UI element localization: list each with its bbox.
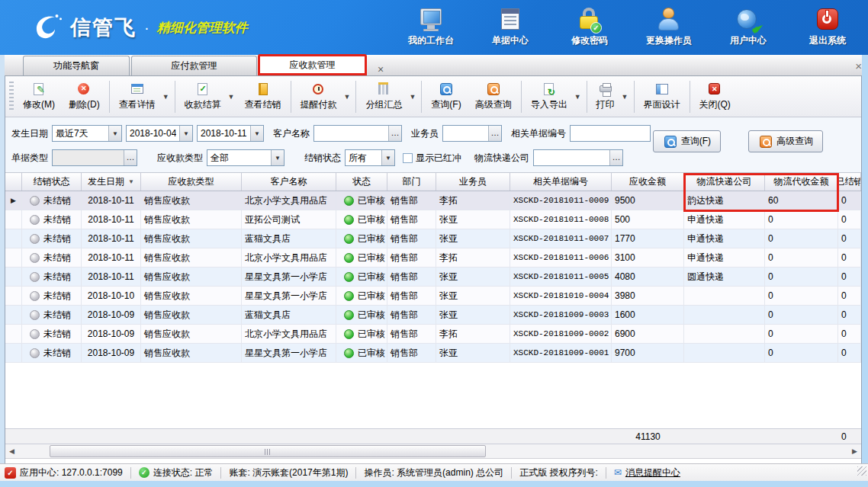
cell-cod_amount: 60 (768, 195, 778, 206)
col-date[interactable]: 发生日期▼ (82, 173, 141, 191)
col-salesman[interactable]: 业务员 (436, 173, 510, 191)
status-bar: ✓ 应用中心: 127.0.0.1:7099 ✓ 连接状态: 正常 账套: 演示… (0, 463, 868, 481)
table-row[interactable]: 未结销2018-10-11销售应收款星星文具第一小学店已审核销售部张亚XSCKD… (5, 268, 861, 287)
cell-logistics: 申通快递 (687, 232, 724, 245)
toolbar-remind-payment-button[interactable]: 提醒付款 (294, 80, 344, 114)
nav-item-change-password[interactable]: ✓ 修改密码 (560, 8, 619, 47)
toolbar-query-button[interactable]: 查询(F) (424, 80, 468, 114)
horizontal-scrollbar[interactable]: ◀ ▶ (5, 444, 861, 459)
col-dept[interactable]: 部门 (387, 173, 436, 191)
ellipsis-icon[interactable]: … (609, 150, 622, 165)
chevron-down-icon[interactable]: ▼ (409, 93, 416, 101)
scroll-right-icon[interactable]: ▶ (848, 444, 861, 458)
col-logistics[interactable]: 物流快递公司 (684, 173, 765, 191)
col-status[interactable]: 状态 (336, 173, 387, 191)
ellipsis-icon[interactable]: … (124, 150, 137, 165)
chevron-down-icon[interactable]: ▼ (574, 93, 581, 101)
col-settled[interactable]: 已结销 (838, 173, 861, 191)
doctype-input[interactable]: … (52, 149, 137, 166)
cell-date: 2018-10-11 (88, 195, 134, 206)
cell-settle_status: 未结销 (43, 347, 71, 360)
cell-status: 已审核 (358, 194, 385, 207)
col-cod-amount[interactable]: 物流代收金额 (765, 173, 838, 191)
cell-date: 2018-10-09 (88, 328, 134, 339)
salesman-label: 业务员 (411, 127, 439, 140)
toolbar-print-button[interactable]: 打印 (590, 80, 622, 114)
ellipsis-icon[interactable]: … (488, 126, 501, 141)
tab-close-icon[interactable]: × (375, 63, 387, 75)
nav-item-exit-system[interactable]: 退出系统 (798, 8, 857, 47)
chevron-down-icon[interactable]: ▼ (622, 93, 628, 101)
tab-receivables-active[interactable]: 应收款管理 (258, 54, 367, 75)
panel-close-icon[interactable]: × (855, 59, 862, 72)
table-row[interactable]: 未结销2018-10-11销售应收款亚拓公司测试已审核销售部张亚XSCKD-20… (5, 210, 861, 229)
brand-dot: · (144, 19, 149, 37)
cell-amount: 1600 (615, 309, 635, 320)
date-to-select[interactable]: 2018-10-11 ▼ (197, 125, 264, 142)
toolbar-edit-button[interactable]: ✎ 修改(M) (16, 80, 62, 114)
cell-type: 销售应收款 (144, 347, 190, 360)
refno-input[interactable] (570, 125, 651, 142)
toolbar-close-button[interactable]: ✕ 关闭(Q) (693, 80, 738, 114)
chevron-down-icon: ▼ (381, 150, 394, 165)
toolbar-import-export-button[interactable]: ↻ 导入导出 (524, 80, 574, 114)
table-row[interactable]: 未结销2018-10-10销售应收款星星文具第一小学店已审核销售部张亚XSCKD… (5, 287, 861, 306)
col-settle-status[interactable]: 结销状态 (22, 173, 82, 191)
nav-item-workbench[interactable]: 我的工作台 (401, 8, 461, 47)
table-row[interactable]: 未结销2018-10-09销售应收款蓝猫文具店已审核销售部张亚XSCKD-201… (5, 306, 861, 325)
col-doc-no[interactable]: 相关单据编号 (510, 173, 612, 191)
artype-select[interactable]: 全部 ▼ (207, 149, 285, 166)
cell-settled: 0 (841, 195, 847, 206)
scroll-left-icon[interactable]: ◀ (5, 444, 18, 458)
date-label: 发生日期 (11, 127, 48, 140)
table-row[interactable]: 未结销2018-10-11销售应收款蓝猫文具店已审核销售部张亚XSCKD-201… (5, 229, 861, 248)
nav-item-user-center[interactable]: 用户中心 (719, 8, 778, 47)
toolbar-group-summary-button[interactable]: 分组汇总 (358, 80, 409, 114)
toolbar-ui-design-button[interactable]: 界面设计 (637, 80, 687, 114)
advanced-query-button[interactable]: 高级查询 (748, 130, 823, 152)
cell-customer: 星星文具第一小学店 (245, 290, 327, 303)
toolbar-settle-button[interactable]: ✓ 收款结算 (178, 80, 228, 114)
chevron-down-icon[interactable]: ▼ (162, 93, 169, 101)
logistics-input[interactable]: … (533, 149, 623, 166)
ellipsis-icon[interactable]: … (388, 126, 401, 141)
col-customer[interactable]: 客户名称 (242, 173, 336, 191)
check-circle-icon: ✓ (139, 467, 149, 478)
cell-type: 销售应收款 (144, 232, 190, 245)
book-icon (256, 82, 271, 96)
tab-strip: 功能导航窗 应付款管理 应收款管理 × (0, 55, 868, 76)
salesman-input[interactable]: … (442, 125, 502, 142)
date-range-select[interactable]: 最近7天 ▼ (52, 125, 122, 142)
col-type[interactable]: 应收款类型 (141, 173, 242, 191)
nav-item-doc-center[interactable]: 单据中心 (481, 8, 540, 47)
nav-label: 用户中心 (730, 34, 767, 47)
chevron-down-icon[interactable]: ▼ (228, 93, 235, 101)
show-red-checkbox[interactable] (403, 153, 413, 163)
resize-grip[interactable] (857, 466, 866, 476)
table-row[interactable]: 未结销2018-10-09销售应收款北京小学文具用品店已审核销售部李拓XSCKD… (5, 325, 861, 344)
toolbar-delete-button[interactable]: ✕ 删除(D) (62, 80, 107, 114)
window-right-border (862, 55, 868, 487)
cell-status: 已审核 (358, 252, 385, 264)
table-row[interactable]: ▶未结销2018-10-11销售应收款北京小学文具用品店已审核销售部李拓XSCK… (5, 191, 861, 210)
tab-function-navigator[interactable]: 功能导航窗 (23, 56, 130, 75)
nav-item-switch-operator[interactable]: 更换操作员 (639, 8, 699, 47)
toolbar-view-detail-button[interactable]: 查看详情 (112, 80, 162, 114)
customer-input[interactable]: … (313, 125, 402, 142)
toolbar-grip[interactable] (9, 82, 14, 112)
query-button[interactable]: 查询(F) (653, 130, 721, 152)
cell-logistics: 申通快递 (687, 213, 724, 226)
chevron-down-icon[interactable]: ▼ (344, 93, 351, 101)
table-row[interactable]: 未结销2018-10-11销售应收款北京小学文具用品店已审核销售部李拓XSCKD… (5, 248, 861, 268)
toolbar-view-settled-button[interactable]: 查看结销 (238, 80, 288, 114)
toolbar-advanced-query-button[interactable]: 高级查询 (468, 80, 519, 114)
date-from-select[interactable]: 2018-10-04 ▼ (126, 125, 193, 142)
approved-status-icon (344, 234, 354, 244)
settle-status-select[interactable]: 所有 ▼ (345, 149, 395, 166)
scrollbar-thumb[interactable] (50, 445, 486, 457)
col-amount[interactable]: 应收金额 (612, 173, 684, 191)
message-center-link[interactable]: ✉ 消息提醒中心 (614, 466, 680, 479)
tab-payables[interactable]: 应付款管理 (131, 56, 257, 75)
table-row[interactable]: 未结销2018-10-09销售应收款星星文具第一小学店已审核销售部张亚XSCKD… (5, 344, 861, 363)
cell-date: 2018-10-10 (88, 290, 134, 301)
